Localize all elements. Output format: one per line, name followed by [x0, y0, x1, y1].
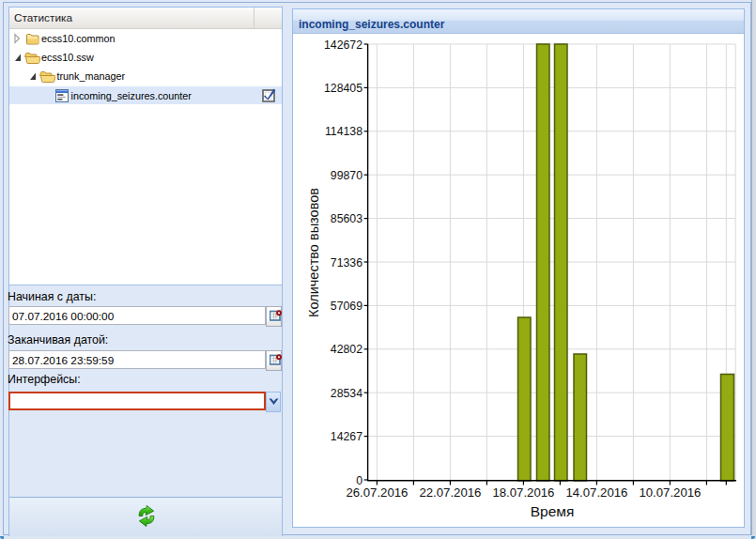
svg-text:22.07.2016: 22.07.2016: [419, 485, 481, 500]
svg-text:10.07.2016: 10.07.2016: [639, 485, 701, 500]
svg-text:85603: 85603: [331, 212, 363, 225]
svg-text:114138: 114138: [325, 125, 363, 138]
svg-text:14267: 14267: [331, 430, 363, 443]
svg-text:42802: 42802: [331, 343, 363, 356]
svg-text:28534: 28534: [331, 387, 363, 400]
svg-text:14.07.2016: 14.07.2016: [565, 485, 627, 500]
svg-text:57069: 57069: [331, 300, 363, 313]
svg-text:99870: 99870: [331, 169, 363, 182]
svg-text:18.07.2016: 18.07.2016: [492, 485, 554, 500]
svg-text:26.07.2016: 26.07.2016: [346, 485, 408, 500]
svg-text:Количество вызовов: Количество вызовов: [306, 188, 321, 317]
svg-text:128405: 128405: [324, 82, 363, 95]
svg-text:71336: 71336: [331, 256, 363, 270]
svg-text:Время: Время: [531, 503, 575, 519]
svg-text:142672: 142672: [324, 38, 363, 52]
